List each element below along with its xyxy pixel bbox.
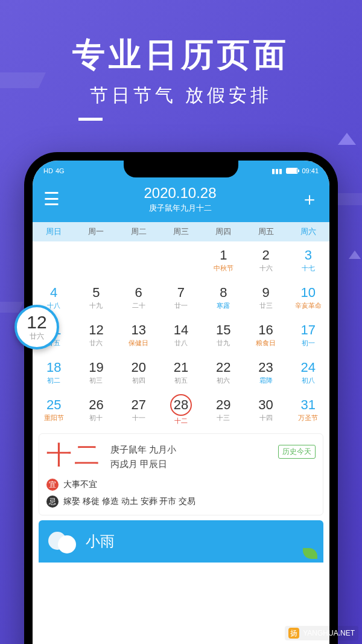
calendar-day-cell[interactable]: 28十二	[160, 391, 202, 429]
weekday-label: 周日	[33, 226, 75, 237]
day-number: 22	[216, 360, 230, 375]
watermark-icon: 扬	[288, 628, 299, 639]
day-sublabel: 粮食日	[256, 339, 276, 348]
day-number: 25	[46, 397, 61, 413]
calendar-day-cell[interactable]: 24初八	[287, 354, 329, 391]
day-sublabel: 辛亥革命	[295, 301, 322, 310]
signal-icon: ▮▮▮	[272, 167, 282, 175]
calendar-day-cell[interactable]: 17初一	[287, 316, 329, 354]
day-sublabel: 初六	[217, 376, 230, 385]
day-sublabel: 保健日	[129, 339, 148, 348]
day-number: 15	[216, 322, 230, 338]
day-number: 19	[89, 360, 103, 375]
ji-text: 嫁娶 移徙 修造 动土 安葬 开市 交易	[63, 496, 195, 507]
calendar-day-cell[interactable]: 31万圣节	[287, 391, 329, 429]
day-number: 6	[135, 285, 142, 301]
day-number: 30	[258, 397, 273, 413]
day-number: 1	[220, 247, 227, 263]
day-sublabel: 初十	[89, 413, 103, 422]
calendar-day-cell[interactable]: 7廿一	[160, 279, 202, 316]
day-sublabel: 廿九	[217, 339, 230, 348]
ji-row: 忌 嫁娶 移徙 修造 动土 安葬 开市 交易	[46, 496, 316, 508]
day-number: 24	[301, 360, 316, 375]
marketing-title: 专业日历页面	[0, 33, 362, 77]
watermark-text: YANGHUA.NET	[303, 629, 355, 637]
calendar-day-cell[interactable]: 16粮食日	[244, 316, 287, 354]
calendar-day-cell[interactable]: 30十四	[244, 391, 287, 429]
badge-sub: 廿六	[30, 331, 44, 342]
calendar-day-cell	[33, 241, 75, 279]
calendar-day-cell[interactable]: 5十九	[75, 279, 117, 316]
day-number: 9	[262, 285, 269, 301]
add-event-button[interactable]: ＋	[300, 190, 319, 208]
day-sublabel: 十九	[89, 301, 103, 310]
weekday-label: 周二	[118, 226, 160, 237]
calendar-day-cell[interactable]: 13保健日	[118, 316, 160, 354]
day-number: 13	[131, 322, 145, 338]
calendar-day-cell[interactable]: 19初三	[75, 354, 117, 391]
weekday-label: 周六	[287, 226, 329, 237]
status-hd: HD	[43, 167, 53, 174]
calendar-day-cell[interactable]: 15廿九	[202, 316, 244, 354]
day-sublabel: 十六	[259, 264, 273, 273]
calendar-day-cell[interactable]: 21初五	[160, 354, 202, 391]
calendar-day-cell[interactable]: 1中秋节	[202, 241, 244, 279]
day-number: 5	[92, 285, 100, 301]
calendar-day-cell[interactable]: 20初四	[118, 354, 160, 391]
calendar-day-cell[interactable]: 2十六	[244, 241, 287, 279]
day-sublabel: 初一	[302, 339, 315, 348]
day-number: 18	[46, 360, 61, 375]
calendar-day-cell[interactable]: 27十一	[118, 391, 160, 429]
day-sublabel: 初四	[132, 376, 145, 385]
day-sublabel: 十一	[132, 413, 145, 422]
lunar-day-big: 十二	[46, 442, 102, 468]
day-number: 29	[216, 397, 230, 413]
day-number: 16	[258, 322, 273, 338]
day-sublabel: 霜降	[259, 376, 273, 385]
calendar-day-cell[interactable]: 29十三	[202, 391, 244, 429]
day-number: 27	[131, 397, 145, 413]
day-number: 4	[50, 285, 57, 301]
weather-card[interactable]: 小雨	[39, 520, 323, 563]
day-number: 2	[262, 247, 269, 263]
calendar-day-cell[interactable]: 10辛亥革命	[287, 279, 329, 316]
daily-almanac-card[interactable]: 十二 庚子鼠年 九月小 丙戌月 甲辰日 历史今天 宜 大事不宜 忌 嫁娶 移徙 …	[39, 433, 323, 515]
menu-icon[interactable]: ☰	[43, 190, 60, 208]
leaf-icon	[303, 548, 317, 559]
day-number: 26	[89, 397, 103, 413]
calendar-day-cell[interactable]: 8寒露	[202, 279, 244, 316]
yi-badge: 宜	[46, 479, 59, 491]
yi-text: 大事不宜	[63, 479, 97, 490]
calendar-day-cell[interactable]: 14廿八	[160, 316, 202, 354]
calendar-day-cell[interactable]: 6二十	[118, 279, 160, 316]
calendar-day-cell[interactable]: 23霜降	[244, 354, 287, 391]
marketing-subtitle: 节日节气 放假安排	[0, 83, 362, 108]
calendar-day-cell	[75, 241, 117, 279]
status-time: 09:41	[302, 167, 319, 174]
day-number: 10	[301, 285, 316, 301]
header-date-picker[interactable]: 2020.10.28 庚子鼠年九月十二	[144, 185, 216, 214]
calendar-day-cell[interactable]: 22初六	[202, 354, 244, 391]
calendar-day-cell[interactable]: 18初二	[33, 354, 75, 391]
watermark: 扬 YANGHUA.NET	[285, 626, 358, 640]
calendar-day-cell[interactable]: 25重阳节	[33, 391, 75, 429]
calendar-day-cell[interactable]: 9廿三	[244, 279, 287, 316]
calendar-day-cell[interactable]: 12廿六	[75, 316, 117, 354]
calendar-grid: 1中秋节2十六3十七4十八5十九6二十7廿一8寒露9廿三10辛亥革命11廿五12…	[33, 241, 329, 429]
day-sublabel: 十三	[217, 413, 230, 422]
status-network: 4G	[56, 167, 65, 174]
day-sublabel: 重阳节	[44, 413, 64, 422]
calendar-day-cell	[160, 241, 202, 279]
app-header: ☰ 2020.10.28 庚子鼠年九月十二 ＋	[33, 181, 329, 222]
day-sublabel: 寒露	[217, 301, 230, 310]
badge-number: 12	[27, 313, 46, 331]
calendar-day-cell[interactable]: 3十七	[287, 241, 329, 279]
header-date: 2020.10.28	[144, 185, 216, 202]
weekday-label: 周四	[202, 226, 244, 237]
calendar-day-cell[interactable]: 26初十	[75, 391, 117, 429]
day-sublabel: 十二	[174, 416, 188, 426]
weekday-label: 周一	[75, 226, 117, 237]
day-number: 23	[258, 360, 273, 375]
history-today-button[interactable]: 历史今天	[278, 445, 316, 459]
weekday-label: 周三	[160, 226, 202, 237]
